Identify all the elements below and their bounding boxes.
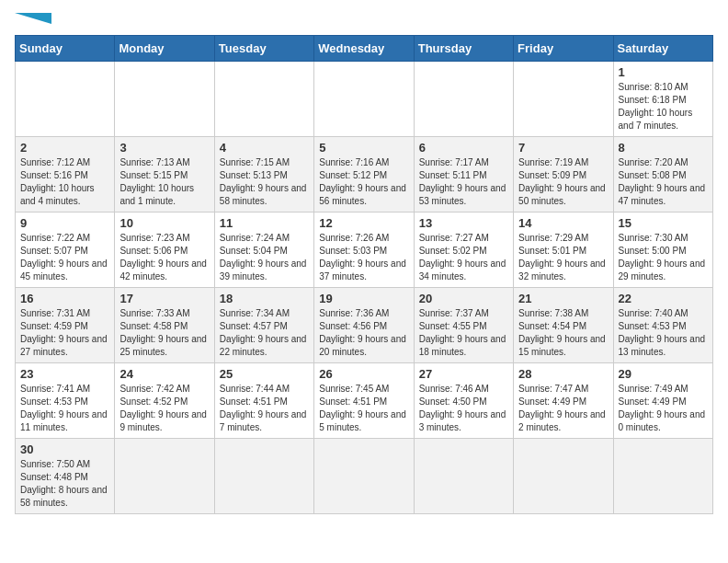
day-number: 10	[119, 216, 209, 230]
day-info: Sunrise: 7:40 AM Sunset: 4:53 PM Dayligh…	[619, 307, 708, 359]
calendar-cell: 21Sunrise: 7:38 AM Sunset: 4:54 PM Dayli…	[514, 288, 613, 363]
calendar-cell: 24Sunrise: 7:42 AM Sunset: 4:52 PM Dayli…	[115, 363, 214, 439]
day-number: 17	[119, 292, 209, 305]
calendar-week-row: 9Sunrise: 7:22 AM Sunset: 5:07 PM Daylig…	[16, 213, 713, 288]
day-number: 12	[319, 216, 408, 230]
weekday-header-row: SundayMondayTuesdayWednesdayThursdayFrid…	[16, 36, 713, 62]
calendar-cell	[115, 439, 214, 514]
weekday-header: Friday	[514, 36, 613, 62]
day-number: 26	[319, 367, 408, 381]
calendar-cell: 20Sunrise: 7:37 AM Sunset: 4:55 PM Dayli…	[414, 288, 513, 363]
day-info: Sunrise: 7:38 AM Sunset: 4:54 PM Dayligh…	[518, 307, 608, 359]
calendar-cell: 13Sunrise: 7:27 AM Sunset: 5:02 PM Dayli…	[414, 213, 513, 288]
calendar-cell	[16, 62, 115, 137]
weekday-header: Saturday	[613, 36, 712, 62]
day-number: 2	[20, 141, 109, 155]
day-number: 19	[319, 292, 408, 305]
day-info: Sunrise: 7:49 AM Sunset: 4:49 PM Dayligh…	[619, 383, 708, 434]
day-number: 11	[220, 216, 309, 230]
calendar-cell: 18Sunrise: 7:34 AM Sunset: 4:57 PM Dayli…	[214, 288, 313, 363]
day-number: 24	[119, 367, 209, 381]
day-info: Sunrise: 7:36 AM Sunset: 4:56 PM Dayligh…	[319, 307, 408, 359]
calendar-cell: 2Sunrise: 7:12 AM Sunset: 5:16 PM Daylig…	[16, 137, 115, 213]
day-info: Sunrise: 7:16 AM Sunset: 5:12 PM Dayligh…	[319, 156, 408, 208]
calendar-cell: 9Sunrise: 7:22 AM Sunset: 5:07 PM Daylig…	[16, 213, 115, 288]
day-info: Sunrise: 7:17 AM Sunset: 5:11 PM Dayligh…	[419, 156, 508, 208]
day-info: Sunrise: 7:30 AM Sunset: 5:00 PM Dayligh…	[619, 232, 708, 283]
weekday-header: Monday	[115, 36, 214, 62]
day-info: Sunrise: 7:12 AM Sunset: 5:16 PM Dayligh…	[20, 156, 109, 208]
calendar-cell: 23Sunrise: 7:41 AM Sunset: 4:53 PM Dayli…	[16, 363, 115, 439]
weekday-header: Thursday	[414, 36, 513, 62]
calendar-cell: 16Sunrise: 7:31 AM Sunset: 4:59 PM Dayli…	[16, 288, 115, 363]
calendar-cell: 29Sunrise: 7:49 AM Sunset: 4:49 PM Dayli…	[613, 363, 712, 439]
day-info: Sunrise: 7:46 AM Sunset: 4:50 PM Dayligh…	[419, 383, 508, 434]
day-info: Sunrise: 7:41 AM Sunset: 4:53 PM Dayligh…	[20, 383, 109, 434]
day-number: 23	[20, 367, 109, 381]
calendar-cell: 12Sunrise: 7:26 AM Sunset: 5:03 PM Dayli…	[314, 213, 414, 288]
logo	[15, 15, 51, 24]
weekday-header: Wednesday	[314, 36, 414, 62]
calendar-cell: 3Sunrise: 7:13 AM Sunset: 5:15 PM Daylig…	[115, 137, 214, 213]
calendar-week-row: 23Sunrise: 7:41 AM Sunset: 4:53 PM Dayli…	[16, 363, 713, 439]
calendar-cell: 19Sunrise: 7:36 AM Sunset: 4:56 PM Dayli…	[314, 288, 414, 363]
day-number: 16	[20, 292, 109, 305]
calendar-cell	[514, 62, 613, 137]
weekday-header: Tuesday	[214, 36, 313, 62]
day-number: 28	[518, 367, 608, 381]
day-number: 20	[419, 292, 508, 305]
day-number: 8	[619, 141, 708, 155]
day-number: 30	[20, 442, 109, 456]
day-number: 1	[619, 65, 708, 79]
day-info: Sunrise: 7:47 AM Sunset: 4:49 PM Dayligh…	[518, 383, 608, 434]
day-number: 4	[220, 141, 309, 155]
calendar-week-row: 2Sunrise: 7:12 AM Sunset: 5:16 PM Daylig…	[16, 137, 713, 213]
day-info: Sunrise: 7:33 AM Sunset: 4:58 PM Dayligh…	[119, 307, 209, 359]
calendar-cell	[514, 439, 613, 514]
calendar-cell: 14Sunrise: 7:29 AM Sunset: 5:01 PM Dayli…	[514, 213, 613, 288]
day-number: 3	[119, 141, 209, 155]
calendar-cell	[214, 62, 313, 137]
calendar-cell: 1Sunrise: 8:10 AM Sunset: 6:18 PM Daylig…	[613, 62, 712, 137]
calendar-cell	[414, 62, 513, 137]
day-info: Sunrise: 7:26 AM Sunset: 5:03 PM Dayligh…	[319, 232, 408, 283]
day-number: 13	[419, 216, 508, 230]
day-info: Sunrise: 8:10 AM Sunset: 6:18 PM Dayligh…	[619, 81, 708, 132]
calendar-cell: 27Sunrise: 7:46 AM Sunset: 4:50 PM Dayli…	[414, 363, 513, 439]
day-info: Sunrise: 7:42 AM Sunset: 4:52 PM Dayligh…	[119, 383, 209, 434]
weekday-header: Sunday	[16, 36, 115, 62]
calendar-week-row: 1Sunrise: 8:10 AM Sunset: 6:18 PM Daylig…	[16, 62, 713, 137]
day-number: 14	[518, 216, 608, 230]
day-number: 27	[419, 367, 508, 381]
day-info: Sunrise: 7:29 AM Sunset: 5:01 PM Dayligh…	[518, 232, 608, 283]
day-number: 21	[518, 292, 608, 305]
calendar-cell: 5Sunrise: 7:16 AM Sunset: 5:12 PM Daylig…	[314, 137, 414, 213]
calendar-cell: 30Sunrise: 7:50 AM Sunset: 4:48 PM Dayli…	[16, 439, 115, 514]
logo-triangle	[15, 13, 51, 24]
day-info: Sunrise: 7:15 AM Sunset: 5:13 PM Dayligh…	[220, 156, 309, 208]
calendar-cell	[613, 439, 712, 514]
calendar-cell: 28Sunrise: 7:47 AM Sunset: 4:49 PM Dayli…	[514, 363, 613, 439]
day-number: 9	[20, 216, 109, 230]
calendar-cell: 22Sunrise: 7:40 AM Sunset: 4:53 PM Dayli…	[613, 288, 712, 363]
day-info: Sunrise: 7:31 AM Sunset: 4:59 PM Dayligh…	[20, 307, 109, 359]
day-number: 15	[619, 216, 708, 230]
calendar-cell: 8Sunrise: 7:20 AM Sunset: 5:08 PM Daylig…	[613, 137, 712, 213]
day-info: Sunrise: 7:27 AM Sunset: 5:02 PM Dayligh…	[419, 232, 508, 283]
day-number: 29	[619, 367, 708, 381]
calendar-cell: 10Sunrise: 7:23 AM Sunset: 5:06 PM Dayli…	[115, 213, 214, 288]
day-number: 7	[518, 141, 608, 155]
calendar-cell: 7Sunrise: 7:19 AM Sunset: 5:09 PM Daylig…	[514, 137, 613, 213]
calendar-cell: 17Sunrise: 7:33 AM Sunset: 4:58 PM Dayli…	[115, 288, 214, 363]
calendar-cell: 6Sunrise: 7:17 AM Sunset: 5:11 PM Daylig…	[414, 137, 513, 213]
calendar-cell	[314, 439, 414, 514]
calendar-cell: 4Sunrise: 7:15 AM Sunset: 5:13 PM Daylig…	[214, 137, 313, 213]
day-info: Sunrise: 7:50 AM Sunset: 4:48 PM Dayligh…	[20, 458, 109, 510]
day-info: Sunrise: 7:22 AM Sunset: 5:07 PM Dayligh…	[20, 232, 109, 283]
day-number: 5	[319, 141, 408, 155]
day-number: 22	[619, 292, 708, 305]
day-info: Sunrise: 7:20 AM Sunset: 5:08 PM Dayligh…	[619, 156, 708, 208]
calendar-cell: 11Sunrise: 7:24 AM Sunset: 5:04 PM Dayli…	[214, 213, 313, 288]
calendar-cell	[214, 439, 313, 514]
calendar: SundayMondayTuesdayWednesdayThursdayFrid…	[15, 35, 713, 514]
